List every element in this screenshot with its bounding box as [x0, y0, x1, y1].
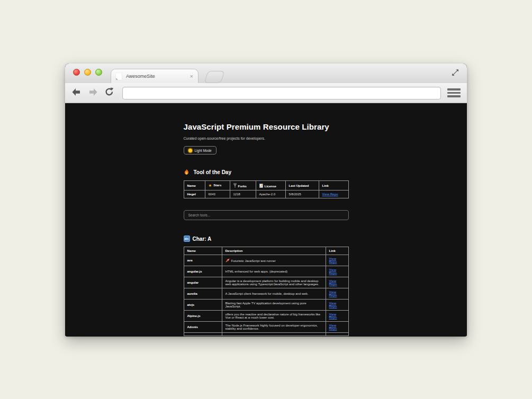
col-description: Description	[222, 247, 326, 255]
window-controls	[73, 69, 102, 76]
browser-toolbar	[65, 83, 467, 103]
lib-description: HTML enhanced for web apps. (deprecated)	[222, 266, 326, 277]
page-subtitle: Curated open-source/free projects for de…	[184, 137, 349, 140]
lib-name: Alpine.js	[184, 311, 222, 322]
back-icon[interactable]	[71, 88, 81, 98]
new-tab-button[interactable]	[204, 71, 224, 83]
tool-of-the-day-label: Tool of the Day	[194, 169, 231, 175]
lib-description: Futuristic JavaScript test runner	[222, 255, 326, 266]
tool-license: Apache-2.0	[256, 191, 285, 198]
lib-description: Angular is a development platform for bu…	[222, 277, 326, 288]
col-name: Name	[184, 181, 205, 191]
col-stars: ★Stars	[205, 181, 230, 191]
table-header-row: Name ★Stars Forks License Last Updated L…	[184, 181, 348, 191]
table-row: ava Futuristic JavaScript test runner Vi…	[184, 255, 348, 266]
fire-icon	[184, 169, 190, 176]
table-header-row: Name Description Link	[184, 247, 348, 255]
view-repo-link[interactable]: View Repo	[329, 302, 337, 308]
page-content: JavaScript Premium Resource Library Cura…	[65, 103, 467, 336]
lib-description: A JavaScript client framework for mobile…	[222, 288, 326, 300]
light-mode-label: Light Mode	[195, 149, 212, 152]
fork-icon	[233, 183, 237, 188]
tool-of-the-day-table: Name ★Stars Forks License Last Updated L…	[184, 180, 349, 198]
view-repo-link[interactable]: View Repo	[329, 291, 337, 297]
abc-icon: abc	[184, 235, 190, 242]
view-repo-link[interactable]: View Repo	[329, 313, 337, 319]
address-bar-input[interactable]	[122, 87, 441, 99]
page-title: JavaScript Premium Resource Library	[184, 122, 349, 131]
tool-stars: 6043	[205, 191, 230, 198]
view-repo-link[interactable]: View Repo	[322, 193, 338, 196]
lib-name: angular	[184, 277, 222, 288]
view-repo-link[interactable]: View Repo	[329, 268, 337, 275]
minimize-window-button[interactable]	[84, 69, 91, 76]
table-row: angular.js HTML enhanced for web apps. (…	[184, 266, 348, 277]
col-name: Name	[184, 247, 222, 255]
col-last-updated: Last Updated	[285, 181, 319, 191]
table-row: aurelia A JavaScript client framework fo…	[184, 288, 348, 300]
lib-name: ava	[184, 255, 222, 266]
rocket-icon	[226, 258, 230, 262]
lib-description: The Node.js Framework highly focused on …	[222, 322, 326, 333]
table-row: Hegel 6043 1218 Apache-2.0 5/8/2025 View…	[184, 191, 348, 198]
tab-close-icon[interactable]: ×	[190, 74, 193, 79]
menu-icon[interactable]	[447, 88, 461, 98]
col-license: License	[256, 181, 285, 191]
light-mode-button[interactable]: Light Mode	[184, 146, 217, 155]
view-repo-link[interactable]: View Repo	[329, 257, 337, 264]
view-repo-link[interactable]: View Repo	[329, 279, 337, 286]
tool-last-updated: 5/8/2025	[285, 191, 319, 198]
table-row-partial	[184, 333, 348, 336]
expand-icon[interactable]	[450, 68, 460, 77]
table-row: atvjs Blazing fast Apple TV application …	[184, 300, 348, 311]
license-icon	[259, 184, 263, 188]
browser-tab[interactable]: AwesomeSite ×	[111, 69, 199, 83]
close-window-button[interactable]	[73, 69, 80, 76]
tool-of-the-day-heading: Tool of the Day	[184, 169, 349, 176]
forward-icon[interactable]	[88, 88, 98, 98]
zoom-window-button[interactable]	[95, 69, 102, 76]
star-icon: ★	[209, 183, 212, 188]
table-row: Alpine.js offers you the reactive and de…	[184, 311, 348, 322]
tab-title: AwesomeSite	[126, 74, 186, 79]
col-forks: Forks	[230, 181, 256, 191]
lib-name: aurelia	[184, 288, 222, 300]
lib-name: atvjs	[184, 300, 222, 311]
view-repo-link[interactable]: View Repo	[329, 324, 337, 330]
browser-window: AwesomeSite × JavaScri	[65, 64, 467, 337]
char-a-table: Name Description Link ava Futuristic Jav…	[184, 247, 349, 336]
tool-name: Hegel	[184, 191, 205, 198]
lib-name: angular.js	[184, 266, 222, 277]
char-a-heading: abc Char: A	[184, 235, 349, 242]
lib-description: offers you the reactive and declarative …	[222, 311, 326, 322]
col-link: Link	[319, 181, 348, 191]
col-link: Link	[326, 247, 348, 255]
tool-forks: 1218	[230, 191, 256, 198]
browser-tab-bar: AwesomeSite ×	[65, 64, 467, 83]
lib-description: Blazing fast Apple TV application develo…	[222, 300, 326, 311]
search-input[interactable]	[184, 210, 349, 220]
lib-name: Adonis	[184, 322, 222, 333]
sun-icon	[188, 149, 192, 152]
reload-icon[interactable]	[105, 87, 114, 98]
table-row: angular Angular is a development platfor…	[184, 277, 348, 288]
page-favicon-icon	[116, 73, 122, 80]
table-row: Adonis The Node.js Framework highly focu…	[184, 322, 348, 333]
char-a-label: Char: A	[193, 236, 212, 242]
